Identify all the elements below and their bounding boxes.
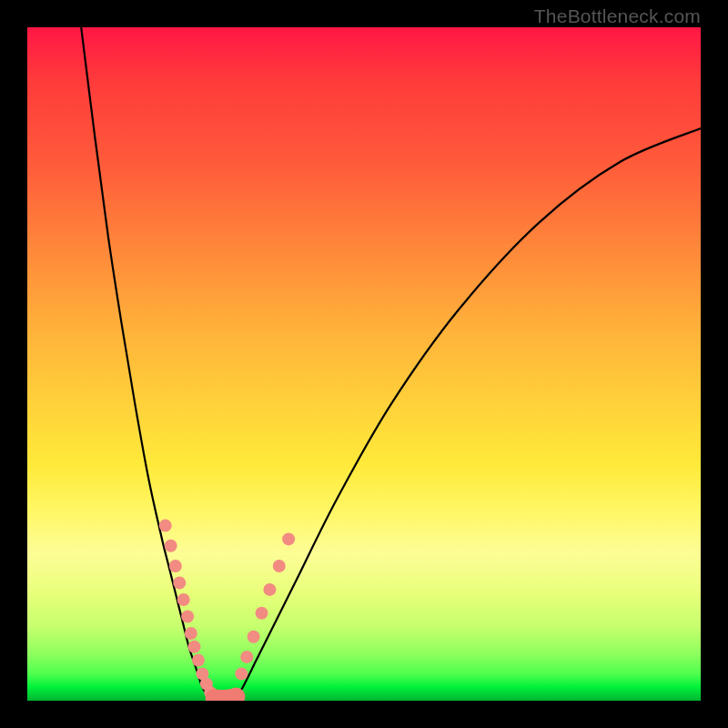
plot-area [27,27,701,701]
point-right-0 [235,667,248,680]
point-left-0 [159,520,172,532]
curve-right [236,128,701,697]
point-left-2 [169,560,182,572]
point-right-5 [273,560,286,572]
point-right-2 [248,631,260,643]
point-left-4 [177,593,190,606]
point-right-3 [256,607,268,620]
point-right-4 [263,583,276,596]
attribution-text: TheBottleneck.com [534,5,701,27]
curve-left [81,27,209,697]
point-left-5 [181,611,194,623]
point-left-1 [165,540,177,552]
point-left-8 [192,654,205,667]
point-right-1 [240,651,253,663]
point-left-6 [185,627,197,640]
chart-frame: TheBottleneck.com [0,0,728,728]
point-left-7 [188,641,201,653]
point-left-3 [173,577,186,590]
chart-svg [27,27,701,701]
curve-layer [81,27,701,697]
point-right-6 [282,532,295,545]
